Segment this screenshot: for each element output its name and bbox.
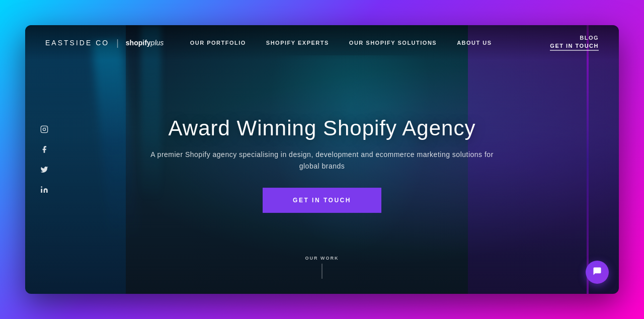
nav-solutions[interactable]: OUR SHOPIFY SOLUTIONS [339, 36, 447, 50]
nav-right: BLOG GET IN TOUCH [518, 35, 599, 51]
nav-get-in-touch[interactable]: GET IN TOUCH [550, 43, 599, 51]
hero-content: Award Winning Shopify Agency A premier S… [25, 116, 619, 213]
hero-title: Award Winning Shopify Agency [169, 116, 476, 141]
nav-portfolio[interactable]: OUR PORTFOLIO [180, 36, 256, 50]
logo-divider: | [116, 38, 119, 48]
chat-button[interactable] [586, 261, 609, 284]
our-work-line [322, 264, 323, 279]
hero-subtitle: A premier Shopify agency specialising in… [146, 149, 498, 172]
nav-links: OUR PORTFOLIO SHOPIFY EXPERTS OUR SHOPIF… [164, 36, 518, 50]
our-work-label: OUR WORK [305, 256, 339, 261]
nav-about[interactable]: ABOUT US [447, 36, 502, 50]
cta-get-in-touch-button[interactable]: GET IN TOUCH [263, 188, 381, 213]
logo-area: EASTSIDE CO | shopifyplus [45, 38, 164, 48]
chat-icon [592, 266, 602, 279]
logo-text: EASTSIDE CO [45, 39, 109, 47]
nav-experts[interactable]: SHOPIFY EXPERTS [256, 36, 339, 50]
browser-window: EASTSIDE CO | shopifyplus OUR PORTFOLIO … [25, 25, 619, 294]
our-work-indicator: OUR WORK [305, 256, 339, 279]
nav-blog[interactable]: BLOG [580, 35, 599, 41]
navbar: EASTSIDE CO | shopifyplus OUR PORTFOLIO … [25, 25, 619, 60]
shopify-plus-label: shopifyplus [126, 39, 164, 47]
